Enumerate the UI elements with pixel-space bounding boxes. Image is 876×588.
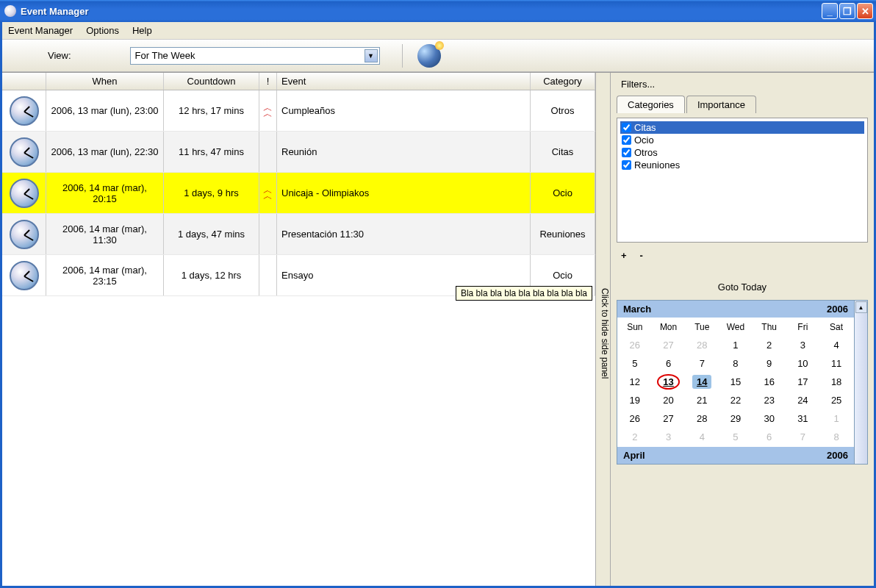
side-panel: Filters... Categories Importance CitasOc… <box>611 73 874 586</box>
row-countdown: 11 hrs, 47 mins <box>164 132 259 172</box>
filter-item[interactable]: Citas <box>620 121 864 134</box>
add-filter-button[interactable]: + <box>621 250 627 261</box>
row-icon-cell <box>2 90 46 131</box>
view-label: View: <box>48 50 71 61</box>
table-row[interactable]: 2006, 13 mar (lun), 22:30 11 hrs, 47 min… <box>2 132 595 173</box>
new-event-icon[interactable] <box>417 44 441 68</box>
calendar-day[interactable]: 14 <box>686 373 718 390</box>
calendar-day[interactable]: 15 <box>719 373 752 390</box>
clock-icon <box>10 179 39 208</box>
calendar-day[interactable]: 4 <box>820 337 852 354</box>
calendar-year: 2006 <box>827 304 848 315</box>
calendar-day[interactable]: 31 <box>787 410 819 427</box>
menu-options[interactable]: Options <box>86 25 119 36</box>
chevron-up-icon: ︿︿ <box>263 105 273 117</box>
row-event: Presentación 11:30 <box>277 214 531 254</box>
table-row[interactable]: 2006, 14 mar (mar), 11:30 1 days, 47 min… <box>2 214 595 255</box>
maximize-button[interactable]: ❐ <box>839 3 855 19</box>
filter-checkbox[interactable] <box>622 123 631 132</box>
col-countdown[interactable]: Countdown <box>164 73 259 90</box>
filter-item[interactable]: Ocio <box>620 134 864 146</box>
view-select[interactable]: For The Week ▼ <box>130 47 380 65</box>
calendar-day[interactable]: 8 <box>719 355 752 372</box>
menu-event-manager[interactable]: Event Manager <box>8 25 73 36</box>
filter-checkbox[interactable] <box>622 148 631 157</box>
main: When Countdown ! Event Category 2006, 13… <box>2 72 874 586</box>
calendar-header-april[interactable]: April 2006 <box>617 447 854 464</box>
menu-help[interactable]: Help <box>132 25 152 36</box>
calendar-day[interactable]: 5 <box>619 355 651 372</box>
calendar-day[interactable]: 25 <box>820 392 852 409</box>
col-when[interactable]: When <box>46 73 164 90</box>
calendar-day[interactable]: 16 <box>753 373 786 390</box>
calendar-day[interactable]: 6 <box>753 429 786 445</box>
grid-header: When Countdown ! Event Category <box>2 73 595 90</box>
events-grid: When Countdown ! Event Category 2006, 13… <box>2 73 596 586</box>
filter-item-label: Reuniones <box>634 159 680 171</box>
calendar-day[interactable]: 11 <box>820 355 852 372</box>
calendar-day[interactable]: 24 <box>787 392 819 409</box>
calendar-day[interactable]: 9 <box>753 355 786 372</box>
row-importance <box>259 214 277 254</box>
toolbar-separator <box>402 44 403 68</box>
calendar-wrap: March 2006 SunMonTueWedThuFriSat26272812… <box>617 300 868 465</box>
col-icon[interactable] <box>2 73 46 90</box>
calendar-month-2: April <box>623 450 645 461</box>
calendar-day[interactable]: 7 <box>686 355 718 372</box>
row-importance <box>259 255 277 295</box>
minimize-button[interactable]: _ <box>822 3 838 19</box>
calendar-day[interactable]: 29 <box>719 410 752 427</box>
goto-today-link[interactable]: Goto Today <box>617 282 868 293</box>
tab-categories[interactable]: Categories <box>617 96 685 113</box>
col-category[interactable]: Category <box>531 73 595 90</box>
calendar-day[interactable]: 5 <box>719 429 752 445</box>
row-when: 2006, 14 mar (mar), 11:30 <box>46 214 164 254</box>
calendar-day[interactable]: 18 <box>820 373 852 390</box>
close-button[interactable]: ✕ <box>857 3 873 19</box>
titlebar[interactable]: Event Manager _ ❐ ✕ <box>0 0 876 22</box>
filter-item[interactable]: Otros <box>620 146 864 159</box>
calendar-day[interactable]: 20 <box>653 392 685 409</box>
col-event[interactable]: Event <box>277 73 531 90</box>
calendar-day[interactable]: 3 <box>653 429 685 445</box>
clock-icon <box>10 137 39 167</box>
calendar-day[interactable]: 28 <box>686 410 718 427</box>
calendar-day[interactable]: 27 <box>653 410 685 427</box>
calendar-day[interactable]: 2 <box>753 337 786 354</box>
filter-item[interactable]: Reuniones <box>620 159 864 171</box>
calendar-day[interactable]: 17 <box>787 373 819 390</box>
tooltip: Bla bla bla bla bla bla bla bla bla <box>456 286 592 301</box>
calendar-day[interactable]: 8 <box>820 429 852 445</box>
calendar-day[interactable]: 19 <box>619 392 651 409</box>
calendar-day[interactable]: 26 <box>619 337 651 354</box>
calendar-day[interactable]: 10 <box>787 355 819 372</box>
calendar-day[interactable]: 4 <box>686 429 718 445</box>
calendar-day[interactable]: 13 <box>653 373 685 390</box>
side-panel-toggle[interactable]: Click to hide side panel <box>596 73 611 586</box>
calendar-day[interactable]: 6 <box>653 355 685 372</box>
calendar-day[interactable]: 26 <box>619 410 651 427</box>
col-importance[interactable]: ! <box>259 73 277 90</box>
calendar-scrollbar[interactable]: ▲ <box>855 300 868 465</box>
calendar-day[interactable]: 1 <box>719 337 752 354</box>
calendar-day[interactable]: 7 <box>787 429 819 445</box>
table-row[interactable]: 2006, 13 mar (lun), 23:00 12 hrs, 17 min… <box>2 90 595 132</box>
calendar-day[interactable]: 12 <box>619 373 651 390</box>
remove-filter-button[interactable]: - <box>640 250 643 261</box>
calendar-day[interactable]: 28 <box>686 337 718 354</box>
filter-checkbox[interactable] <box>622 160 631 170</box>
calendar-grid: SunMonTueWedThuFriSat2627281234567891011… <box>617 318 854 447</box>
table-row[interactable]: 2006, 14 mar (mar), 20:15 1 days, 9 hrs … <box>2 173 595 214</box>
calendar-day[interactable]: 22 <box>719 392 752 409</box>
calendar-header-march[interactable]: March 2006 <box>617 301 854 318</box>
calendar-day[interactable]: 27 <box>653 337 685 354</box>
scroll-up-icon[interactable]: ▲ <box>855 301 867 313</box>
calendar-day[interactable]: 30 <box>753 410 786 427</box>
calendar-day[interactable]: 23 <box>753 392 786 409</box>
calendar-day[interactable]: 1 <box>820 410 852 427</box>
calendar-day[interactable]: 2 <box>619 429 651 445</box>
calendar-day[interactable]: 21 <box>686 392 718 409</box>
calendar-day[interactable]: 3 <box>787 337 819 354</box>
tab-importance[interactable]: Importance <box>686 96 756 113</box>
filter-checkbox[interactable] <box>622 135 631 145</box>
